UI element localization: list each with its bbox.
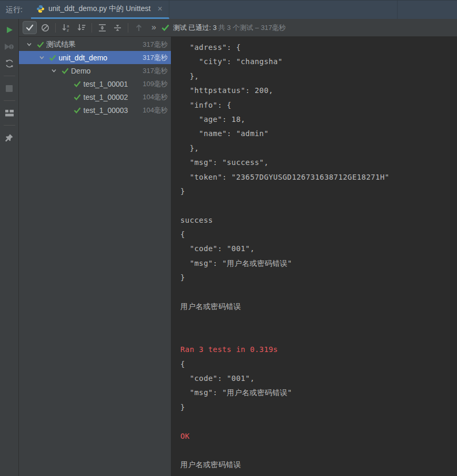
stop-icon <box>3 81 16 95</box>
auto-test-icon[interactable] <box>3 57 16 70</box>
close-icon[interactable]: × <box>157 5 162 13</box>
console-line: "adress": { <box>180 40 457 55</box>
rail-separator <box>4 125 15 126</box>
toolbar-separator <box>55 23 56 33</box>
test-passed-check-icon <box>72 94 83 100</box>
toolbar-separator <box>128 23 128 33</box>
console-line: "msg": "success", <box>180 156 457 170</box>
console-line: 用户名或密码错误 <box>180 299 457 314</box>
console-line: { <box>180 227 457 242</box>
console-line: } <box>180 400 457 415</box>
tree-row-time: 109毫秒 <box>143 79 171 89</box>
test-passed-check-icon <box>72 81 83 87</box>
rail-separator <box>4 76 15 76</box>
console-line: }, <box>180 69 457 84</box>
overflow-chevron-icon[interactable]: » <box>146 23 160 33</box>
console-line: "age": 18, <box>180 112 457 127</box>
tree-row[interactable]: test_1_00002 104毫秒 <box>19 90 171 104</box>
left-toolbar-rail <box>0 19 19 476</box>
expand-all-icon[interactable] <box>95 21 109 34</box>
status-total-text: 共 3 个测试 – 317毫秒 <box>218 23 286 33</box>
svg-text:z: z <box>67 28 69 32</box>
run-label: 运行: <box>0 5 31 15</box>
tree-row-label: Demo <box>70 67 90 75</box>
test-passed-check-icon <box>47 55 58 61</box>
show-passed-icon[interactable] <box>23 21 37 34</box>
tree-row-label: test_1_00003 <box>83 106 128 115</box>
tree-row[interactable]: Demo 317毫秒 <box>19 64 171 77</box>
toolbar-separator <box>92 23 92 33</box>
test-tree[interactable]: 测试结果 317毫秒 unit_ddt_demo 317毫秒 Demo 317毫… <box>19 37 172 476</box>
console-line <box>180 443 457 458</box>
console-line: success <box>180 213 457 227</box>
console-line: "msg": "用户名或密码错误" <box>180 256 457 271</box>
console-line: OK <box>180 429 457 443</box>
console-line: } <box>180 271 457 285</box>
test-passed-check-icon <box>59 68 70 74</box>
rerun-icon[interactable] <box>3 23 16 37</box>
console-line: "city": "changsha" <box>180 55 457 69</box>
console-line: "token": "23657DGYUSGD126731638712GE1827… <box>180 170 457 184</box>
tree-row-time: 104毫秒 <box>143 106 171 115</box>
console-line: "code": "001", <box>180 242 457 256</box>
console-line <box>180 415 457 429</box>
chevron-down-icon[interactable] <box>36 54 47 61</box>
console-line: "info": { <box>180 98 457 112</box>
console-line <box>180 328 457 343</box>
chevron-down-icon[interactable] <box>24 41 35 48</box>
console-line: "msg": "用户名或密码错误" <box>180 386 457 400</box>
show-ignored-icon[interactable] <box>38 21 52 34</box>
console-line <box>180 314 457 328</box>
console-line: "code": "001", <box>180 371 457 386</box>
tree-row-label: test_1_00001 <box>83 80 128 88</box>
pin-icon[interactable] <box>3 131 16 144</box>
rerun-failed-icon <box>3 40 16 54</box>
tree-row-label: test_1_00002 <box>83 93 128 101</box>
tree-row-time: 104毫秒 <box>143 92 171 102</box>
passed-check-icon <box>161 24 169 31</box>
sort-by-duration-icon[interactable] <box>74 21 88 34</box>
sort-alphabetically-icon[interactable]: a z <box>59 21 73 34</box>
tree-row[interactable]: test_1_00003 104毫秒 <box>19 104 171 117</box>
console-line: Ran 3 tests in 0.319s <box>180 343 457 357</box>
tree-row-label: unit_ddt_demo <box>58 54 108 62</box>
previous-failed-test-icon <box>131 21 146 34</box>
python-icon <box>36 5 45 13</box>
tree-row[interactable]: 测试结果 317毫秒 <box>19 38 171 51</box>
tree-row[interactable]: unit_ddt_demo 317毫秒 <box>19 51 171 64</box>
run-header: 运行: unit_ddt_demo.py 中的 Unittest × <box>0 0 457 19</box>
rail-separator <box>4 100 15 101</box>
run-tool-window: 运行: unit_ddt_demo.py 中的 Unittest × <box>0 0 457 476</box>
restore-layout-icon[interactable] <box>3 106 16 120</box>
console-output[interactable]: "adress": { "city": "changsha" }, "https… <box>172 37 457 476</box>
console-line: { <box>180 357 457 371</box>
console-line <box>180 199 457 213</box>
console-line: "name": "admin" <box>180 127 457 141</box>
tree-row-time: 317毫秒 <box>143 53 171 63</box>
run-tab-unittest[interactable]: unit_ddt_demo.py 中的 Unittest × <box>31 1 169 19</box>
status-passed-text: 测试 已通过: 3 <box>173 23 217 33</box>
console-line: "httpstatus": 200, <box>180 84 457 98</box>
tree-row-label: 测试结果 <box>46 40 76 49</box>
run-tab-title: unit_ddt_demo.py 中的 Unittest <box>48 4 151 14</box>
collapse-all-icon[interactable] <box>110 21 125 34</box>
tree-row-time: 317毫秒 <box>143 66 171 76</box>
console-line: 用户名或密码错误 <box>180 458 457 472</box>
tree-row[interactable]: test_1_00001 109毫秒 <box>19 77 171 90</box>
console-line: }, <box>180 141 457 156</box>
console-line: } <box>180 184 457 199</box>
test-passed-check-icon <box>72 107 83 113</box>
test-status: 测试 已通过: 3共 3 个测试 – 317毫秒 <box>161 23 286 33</box>
tree-row-time: 317毫秒 <box>143 40 171 49</box>
chevron-down-icon[interactable] <box>48 67 59 74</box>
test-passed-check-icon <box>35 42 46 48</box>
test-toolbar: a z <box>19 19 457 37</box>
console-line <box>180 285 457 299</box>
header-divider <box>397 1 398 19</box>
